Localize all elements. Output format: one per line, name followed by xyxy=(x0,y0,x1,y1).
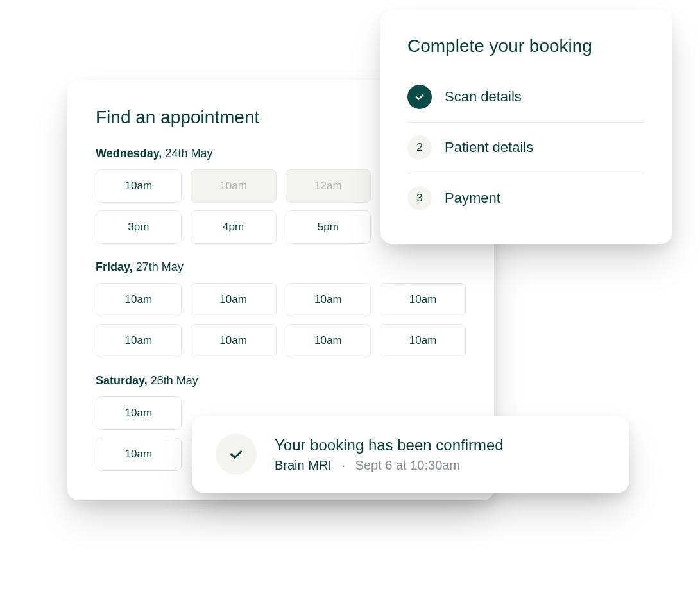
time-slot[interactable]: 5pm xyxy=(286,210,371,244)
check-icon xyxy=(407,85,432,109)
step-payment[interactable]: 3 Payment xyxy=(407,173,644,223)
day-date: 28th May xyxy=(151,374,198,387)
time-slot[interactable]: 10am xyxy=(96,324,182,357)
check-icon xyxy=(216,434,257,475)
step-patient-details[interactable]: 2 Patient details xyxy=(407,123,644,173)
booking-steps-card: Complete your booking Scan details 2 Pat… xyxy=(380,10,672,244)
time-slot[interactable]: 10am xyxy=(96,438,182,471)
day-label: Saturday, 28th May xyxy=(96,374,466,388)
time-slot-disabled: 10am xyxy=(191,169,277,203)
day-of-week: Friday, xyxy=(96,260,133,273)
time-slot[interactable]: 10am xyxy=(96,169,182,203)
confirmation-toast: Your booking has been confirmed Brain MR… xyxy=(192,416,629,493)
time-slot[interactable]: 3pm xyxy=(96,210,182,244)
step-number-badge: 3 xyxy=(407,186,432,210)
slot-grid: 10am 10am 10am 10am 10am 10am 10am 10am xyxy=(96,283,466,357)
separator-dot: · xyxy=(341,458,345,472)
time-slot[interactable]: 10am xyxy=(380,324,466,357)
time-slot[interactable]: 10am xyxy=(286,324,371,357)
day-of-week: Wednesday, xyxy=(96,147,162,160)
toast-when: Sept 6 at 10:30am xyxy=(355,458,460,472)
toast-service: Brain MRI xyxy=(275,458,332,472)
day-date: 24th May xyxy=(165,147,212,160)
time-slot[interactable]: 10am xyxy=(191,324,277,357)
time-slot[interactable]: 10am xyxy=(380,283,466,316)
step-label: Scan details xyxy=(445,89,522,105)
time-slot-disabled: 12am xyxy=(286,169,371,203)
time-slot[interactable]: 10am xyxy=(191,283,277,316)
toast-title: Your booking has been confirmed xyxy=(275,436,504,454)
step-label: Payment xyxy=(445,190,500,207)
time-slot[interactable]: 10am xyxy=(96,396,182,430)
time-slot[interactable]: 10am xyxy=(286,283,371,316)
booking-steps-title: Complete your booking xyxy=(407,36,644,56)
toast-text: Your booking has been confirmed Brain MR… xyxy=(275,436,504,473)
time-slot[interactable]: 10am xyxy=(96,283,182,316)
day-date: 27th May xyxy=(136,260,184,273)
day-of-week: Saturday, xyxy=(96,374,148,387)
step-label: Patient details xyxy=(445,139,533,156)
time-slot[interactable]: 4pm xyxy=(191,210,277,244)
step-number-badge: 2 xyxy=(407,135,432,160)
toast-subtitle: Brain MRI · Sept 6 at 10:30am xyxy=(275,458,504,473)
day-label: Friday, 27th May xyxy=(96,260,466,274)
step-scan-details[interactable]: Scan details xyxy=(407,72,644,123)
